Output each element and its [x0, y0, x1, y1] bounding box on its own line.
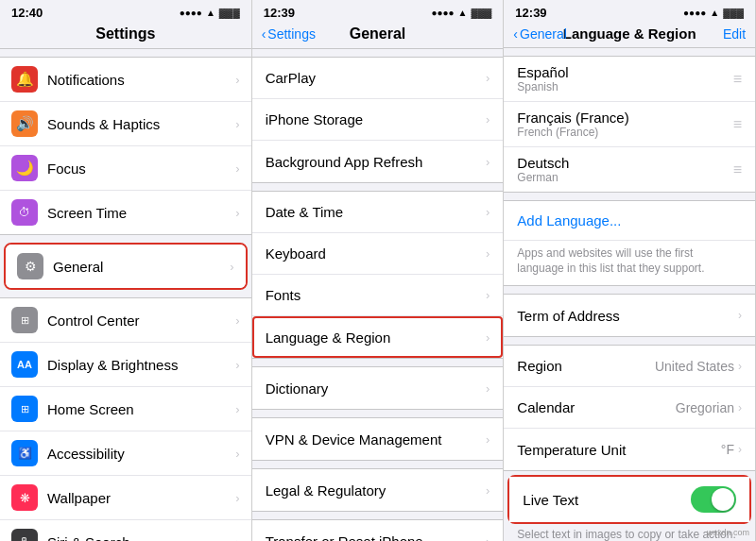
battery-icon-2: ▓▓▓ — [471, 8, 491, 18]
panel3-title: Language & Region — [563, 25, 696, 42]
fonts-label: Fonts — [266, 287, 486, 303]
p2-group-4: VPN & Device Management › — [252, 417, 504, 461]
settings-item-general[interactable]: ⚙ General › — [6, 245, 246, 288]
status-bar-1: 12:40 ●●●● ▲ ▓▓▓ — [0, 0, 251, 24]
add-language-desc: Apps and websites will use the first lan… — [504, 241, 755, 285]
accessibility-label: Accessibility — [47, 446, 235, 462]
wifi-icon: ▲ — [206, 8, 215, 18]
lang-espanol-main: Español — [517, 64, 725, 80]
temp-value: °F — [721, 442, 734, 457]
temp-label: Temperature Unit — [517, 442, 721, 458]
lang-item-espanol[interactable]: Español Spanish ≡ — [504, 57, 755, 102]
status-bar-2: 12:39 ●●●● ▲ ▓▓▓ — [252, 0, 504, 24]
panel-language-region: 12:39 ●●●● ▲ ▓▓▓ ‹ General Language & Re… — [504, 0, 756, 541]
p2-item-datetime[interactable]: Date & Time › — [252, 192, 504, 233]
p2-item-dictionary[interactable]: Dictionary › — [252, 367, 504, 409]
p2-item-background-refresh[interactable]: Background App Refresh › — [252, 141, 504, 182]
settings-list-1[interactable]: 🔔 Notifications › 🔊 Sounds & Haptics › 🌙… — [0, 49, 251, 541]
edit-button-3[interactable]: Edit — [723, 26, 746, 42]
language-group: Español Spanish ≡ Français (France) Fren… — [504, 56, 755, 193]
time-2: 12:39 — [264, 6, 295, 20]
dictionary-label: Dictionary — [266, 380, 486, 397]
live-text-row[interactable]: Live Text — [509, 477, 749, 522]
back-chevron-3: ‹ — [513, 26, 518, 42]
p2-group-5: Legal & Regulatory › — [252, 468, 504, 512]
back-label-3: General — [520, 26, 567, 42]
notifications-icon: 🔔 — [11, 66, 38, 93]
p3-item-term-address[interactable]: Term of Address › — [504, 295, 755, 336]
settings-group-display: ⊞ Control Center › AA Display & Brightne… — [0, 297, 251, 541]
general-label: General — [53, 259, 230, 275]
p3-item-calendar[interactable]: Calendar Gregorian › — [504, 387, 755, 429]
p3-item-temp[interactable]: Temperature Unit °F › — [504, 429, 755, 470]
lang-item-deutsch[interactable]: Deutsch German ≡ — [504, 147, 755, 192]
siri-label: Siri & Search — [47, 534, 235, 542]
add-language-button[interactable]: Add Language... — [504, 201, 755, 241]
focus-icon: 🌙 — [11, 155, 38, 181]
p2-item-keyboard[interactable]: Keyboard › — [252, 233, 504, 275]
p3-item-region[interactable]: Region United States › — [504, 346, 755, 387]
settings-item-notifications[interactable]: 🔔 Notifications › — [0, 58, 251, 102]
back-button-2[interactable]: ‹ Settings — [262, 26, 316, 42]
siri-icon: 🎙 — [11, 529, 38, 541]
p2-item-language-region[interactable]: Language & Region › — [252, 316, 504, 358]
back-chevron-2: ‹ — [262, 26, 266, 42]
p2-item-carplay[interactable]: CarPlay › — [252, 58, 504, 99]
settings-group-general: ⚙ General › — [4, 243, 248, 290]
language-region-list[interactable]: Español Spanish ≡ Français (France) Fren… — [504, 48, 755, 541]
general-icon: ⚙ — [17, 253, 43, 279]
nav-bar-1: Settings — [0, 24, 251, 49]
carplay-label: CarPlay — [266, 70, 486, 86]
p2-item-iphone-storage[interactable]: iPhone Storage › — [252, 99, 504, 141]
accessibility-icon: ♿ — [11, 440, 38, 466]
p2-group-1: CarPlay › iPhone Storage › Background Ap… — [252, 57, 504, 183]
lang-deutsch-sub: German — [517, 171, 725, 184]
live-text-toggle[interactable] — [691, 486, 736, 513]
settings-item-focus[interactable]: 🌙 Focus › — [0, 146, 251, 191]
drag-handle-espanol: ≡ — [733, 71, 742, 88]
display-icon: AA — [11, 351, 38, 378]
status-icons-3: ●●●● ▲ ▓▓▓ — [683, 8, 744, 18]
controlcenter-label: Control Center — [47, 313, 235, 329]
signal-icon-3: ●●●● — [683, 8, 706, 18]
term-address-group: Term of Address › — [504, 294, 755, 337]
locale-group: Region United States › Calendar Gregoria… — [504, 345, 755, 471]
settings-item-screentime[interactable]: ⏱ Screen Time › — [0, 191, 251, 234]
battery-icon-3: ▓▓▓ — [723, 8, 744, 18]
nav-bar-2: ‹ Settings General — [252, 24, 504, 49]
settings-item-sounds[interactable]: 🔊 Sounds & Haptics › — [0, 102, 251, 146]
back-button-3[interactable]: ‹ General — [513, 26, 566, 42]
time-3: 12:39 — [515, 6, 546, 20]
transfer-label: Transfer or Reset iPhone — [266, 533, 486, 542]
general-settings-list[interactable]: CarPlay › iPhone Storage › Background Ap… — [252, 49, 504, 541]
settings-item-wallpaper[interactable]: ❋ Wallpaper › — [0, 476, 251, 520]
sounds-icon: 🔊 — [11, 110, 38, 137]
p2-item-fonts[interactable]: Fonts › — [252, 275, 504, 316]
p2-group-3: Dictionary › — [252, 366, 504, 410]
background-refresh-label: Background App Refresh — [266, 154, 486, 170]
status-icons-1: ●●●● ▲ ▓▓▓ — [180, 8, 240, 18]
legal-label: Legal & Regulatory — [266, 482, 486, 499]
focus-label: Focus — [47, 161, 235, 177]
lang-espanol-sub: Spanish — [517, 80, 725, 93]
wifi-icon-2: ▲ — [458, 8, 468, 18]
settings-item-accessibility[interactable]: ♿ Accessibility › — [0, 431, 251, 476]
settings-item-display[interactable]: AA Display & Brightness › — [0, 343, 251, 387]
lang-item-francais[interactable]: Français (France) French (France) ≡ — [504, 102, 755, 147]
screentime-icon: ⏱ — [11, 199, 38, 226]
settings-item-siri[interactable]: 🎙 Siri & Search › — [0, 520, 251, 541]
lang-deutsch-main: Deutsch — [517, 155, 725, 171]
p2-item-vpn[interactable]: VPN & Device Management › — [252, 418, 504, 460]
settings-item-homescreen[interactable]: ⊞ Home Screen › — [0, 387, 251, 431]
region-label: Region — [517, 358, 655, 374]
p2-item-transfer[interactable]: Transfer or Reset iPhone › — [252, 520, 504, 541]
live-text-group: Live Text — [507, 475, 751, 524]
panel2-title: General — [350, 25, 406, 42]
drag-handle-francais: ≡ — [733, 116, 742, 133]
battery-icon: ▓▓▓ — [219, 8, 240, 18]
calendar-label: Calendar — [517, 399, 675, 415]
settings-item-controlcenter[interactable]: ⊞ Control Center › — [0, 298, 251, 343]
p2-item-legal[interactable]: Legal & Regulatory › — [252, 469, 504, 511]
calendar-value: Gregorian — [676, 400, 734, 415]
lang-francais-main: Français (France) — [517, 110, 725, 126]
